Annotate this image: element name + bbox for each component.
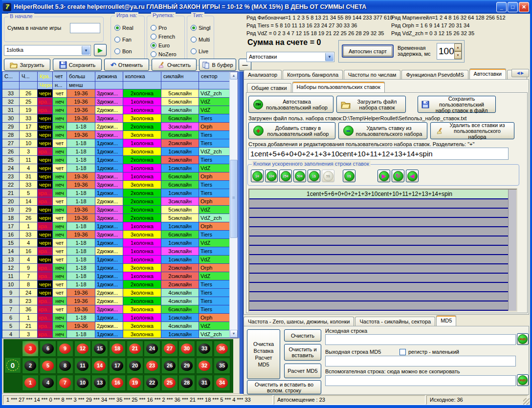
delete-bet-button[interactable]: − Удалить ставку из пользовательского на… — [338, 122, 427, 139]
table-row[interactable]: 2014кра...чет1-182дюжи...2колонка3сиклай… — [2, 197, 238, 206]
roulette-cell-10[interactable]: 10 — [74, 375, 91, 391]
clear-button[interactable]: Очистить — [152, 59, 197, 71]
table-row[interactable]: 1633черннеч19-363дюжи...3колонка6сиклайн… — [2, 231, 238, 239]
copy-buffer-button[interactable]: В буфер — [199, 59, 236, 71]
roulette-cell-25[interactable]: 25 — [161, 375, 178, 391]
load-bets-file-button[interactable]: Загрузить файл набора ставок — [336, 96, 406, 113]
arrow-button-repeat[interactable]: ↻ — [392, 170, 404, 182]
table-row[interactable]: 134чернчет1-181дюжи...1колонка1сиклайнVd… — [2, 256, 238, 264]
radio-option-pro[interactable]: Pro — [151, 24, 177, 32]
radio-option-real[interactable]: Real — [114, 24, 133, 32]
list-item[interactable] — [249, 209, 510, 218]
list-item[interactable] — [249, 292, 510, 301]
table-row[interactable]: 1826чернчет19-363дюжи...2колонка5сиклайн… — [2, 214, 238, 222]
radio-icon[interactable] — [151, 34, 156, 40]
minimize-button[interactable]: _ — [496, 2, 507, 12]
list-scroll-column[interactable] — [508, 190, 516, 311]
roulette-cell-6[interactable]: 6 — [40, 341, 56, 357]
tab-main-2[interactable]: Частоты по числам — [344, 70, 400, 79]
table-row[interactable]: 263кра...неч1-181дюжи...3колонка1сиклайн… — [2, 148, 238, 156]
roulette-cell-36[interactable]: 36 — [214, 341, 230, 357]
roulette-cell-31[interactable]: 31 — [196, 375, 213, 391]
md5-helper-input[interactable] — [325, 375, 516, 386]
register-checkbox[interactable] — [399, 349, 406, 355]
radio-icon[interactable] — [151, 43, 156, 48]
close-button[interactable]: ✕ — [519, 2, 529, 12]
coin-button-0d[interactable]: 0$ — [343, 170, 355, 182]
bets-combo[interactable]: Автоставки ▼ — [246, 52, 334, 62]
table-row[interactable]: 108чернчет1-181дюжи...2колонка2сиклайнTi… — [2, 280, 238, 289]
radio-icon[interactable] — [114, 48, 120, 54]
radio-icon[interactable] — [114, 37, 120, 43]
tab-sub-1[interactable]: Наборы пользовательских ставок — [292, 82, 385, 92]
table-row[interactable]: 61кра...неч1-181дюжи...1колонка1сиклайнO… — [2, 314, 238, 322]
table-row[interactable]: 2833черннеч19-363дюжи...3колонка6сиклайн… — [2, 131, 238, 139]
radio-icon[interactable] — [191, 48, 197, 54]
arrow-button-back[interactable]: ◀ — [406, 170, 419, 182]
clear-paste-helper-button[interactable]: Очистить и вставить во вспом. строку — [247, 380, 321, 394]
tab-bottom-0[interactable]: Частота - Zero, шансы, дюжины, колонки — [244, 317, 354, 326]
roulette-cell-18[interactable]: 18 — [109, 341, 126, 357]
roulette-cell-24[interactable]: 24 — [144, 341, 160, 357]
table-row[interactable]: 3326чернчет19-363дюжи...2колонка5сиклайн… — [2, 89, 238, 98]
coin-button-10c[interactable]: 10¢ — [265, 170, 278, 182]
table-row[interactable]: 215кра...неч1-181дюжи...2колонка1сиклайн… — [2, 189, 238, 197]
roulette-cell-21[interactable]: 21 — [127, 341, 143, 357]
table-row[interactable]: 924чернчет19-362дюжи...3колонка4сиклайнT… — [2, 289, 238, 297]
title-bar[interactable]: 7 HelperRoullet 5.3- create helperroulle… — [0, 0, 532, 14]
radio-option-fan[interactable]: Fan — [114, 36, 133, 43]
roulette-cell-19[interactable]: 19 — [127, 375, 143, 391]
table-row[interactable]: 129кра...неч1-181дюжи...3колонка2сиклайн… — [2, 264, 238, 272]
radio-option-nozero[interactable]: NoZero — [151, 50, 177, 58]
roulette-cell-7[interactable]: 7 — [57, 375, 73, 391]
history-table[interactable]: С...Ч...Кра...четбольшдюжинаколонкасикла… — [2, 71, 238, 338]
list-item[interactable] — [249, 227, 510, 236]
tab-bottom-2[interactable]: MD5 — [436, 315, 456, 326]
roulette-cell-26[interactable]: 26 — [161, 358, 178, 374]
roulette-cell-28[interactable]: 28 — [178, 375, 195, 391]
scroll-down-icon[interactable]: ▼ — [230, 330, 238, 338]
table-row[interactable]: 521кра...неч19-362дюжи...3колонка4сиклай… — [2, 322, 238, 330]
radio-option-multi[interactable]: Multi — [191, 36, 210, 43]
autospin-start-button[interactable]: Автоспин старт — [342, 44, 394, 58]
roulette-cell-1[interactable]: 1 — [22, 375, 39, 391]
save-bets-file-button[interactable]: Сохранить пользовательский набор ставок … — [418, 96, 496, 113]
roulette-cell-0[interactable]: 0 — [4, 357, 21, 373]
roulette-cell-14[interactable]: 14 — [91, 358, 108, 374]
tab-main-4[interactable]: Автоставки — [469, 68, 506, 79]
radio-option-singl[interactable]: Singl — [191, 24, 210, 32]
md5-helper-icon-button[interactable]: МД5 — [517, 374, 529, 386]
roulette-cell-2[interactable]: 2 — [22, 358, 39, 374]
resize-grip[interactable] — [523, 398, 530, 405]
roulette-cell-4[interactable]: 4 — [40, 375, 56, 391]
tab-sub-0[interactable]: Общие ставки — [247, 83, 291, 92]
coin-button-50c[interactable]: 50¢ — [293, 170, 306, 182]
table-row[interactable]: 736кра...чет19-363дюжи...3колонка6сиклай… — [2, 305, 238, 314]
preset-combo[interactable]: 1slotka ▼ — [4, 45, 91, 56]
radio-option-live[interactable]: Live — [191, 47, 210, 55]
list-item[interactable] — [249, 246, 510, 255]
roulette-cell-30[interactable]: 30 — [178, 341, 195, 357]
table-row[interactable]: 1929черннеч19-363дюжи...2колонка5сиклайн… — [2, 206, 238, 214]
roulette-cell-34[interactable]: 34 — [214, 375, 230, 391]
roulette-cell-13[interactable]: 13 — [91, 375, 108, 391]
list-item[interactable] — [249, 218, 510, 227]
coin-button-25c[interactable]: 25¢ — [279, 170, 292, 182]
undo-button[interactable]: ↶ Отменить — [104, 59, 149, 71]
user-bets-list[interactable]: 1cent+5+6+0+0+2+1+3+10cent+10+11+12+13+1… — [248, 189, 517, 312]
list-item[interactable] — [249, 283, 510, 292]
md5-clear-paste-button[interactable]: Очистить и вставить — [284, 344, 321, 361]
roulette-cell-12[interactable]: 12 — [74, 341, 91, 357]
roulette-cell-15[interactable]: 15 — [91, 341, 108, 357]
radio-option-euro[interactable]: Euro — [151, 42, 177, 49]
radio-icon[interactable] — [151, 25, 156, 31]
maximize-button[interactable]: □ — [508, 2, 518, 12]
tab-main-3[interactable]: Функционал PsevdoMS — [401, 70, 468, 79]
md5-source-input[interactable] — [325, 334, 516, 345]
roulette-cell-27[interactable]: 27 — [161, 341, 178, 357]
radio-icon[interactable] — [114, 25, 120, 31]
scrollbar-thumb[interactable] — [230, 160, 238, 238]
list-item[interactable] — [249, 264, 510, 274]
table-row[interactable]: 171кра...неч1-181дюжи...1колонка1сиклайн… — [2, 222, 238, 231]
roulette-cell-23[interactable]: 23 — [144, 358, 160, 374]
